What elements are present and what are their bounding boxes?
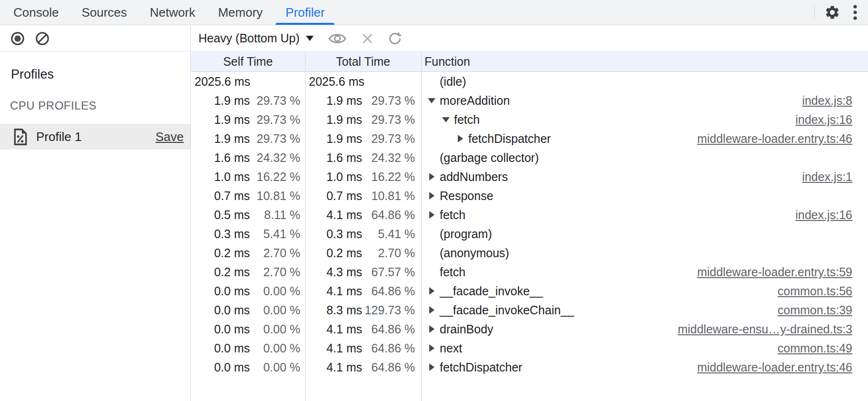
tab-network[interactable]: Network [138, 0, 207, 25]
source-link[interactable]: index.js:16 [786, 208, 852, 222]
restore-all-button[interactable] [388, 31, 402, 46]
tabbar-spacer [336, 0, 814, 25]
tree-toggle-icon[interactable] [428, 344, 435, 352]
tree-toggle-icon[interactable] [428, 287, 435, 295]
total-time-cell: 1.9 ms 29.73 % [305, 91, 421, 110]
self-time-pct: 0.00 % [250, 341, 300, 355]
table-row[interactable]: 1.9 ms 29.73 % 1.9 ms 29.73 % fetch inde… [191, 110, 868, 129]
exclude-selected-button[interactable] [361, 32, 374, 45]
source-link[interactable]: middleware-ensu…y-drained.ts:3 [668, 322, 852, 336]
profiler-data-grid: Self Time Total Time Function 2025.6 ms … [191, 52, 868, 401]
table-row[interactable]: 0.0 ms 0.00 % 4.1 ms 64.86 % next common… [191, 339, 868, 358]
more-options-button[interactable] [853, 4, 858, 21]
tree-toggle-icon[interactable] [428, 363, 435, 371]
table-row[interactable]: 1.6 ms 24.32 % 1.6 ms 24.32 % (garbage c… [191, 148, 868, 167]
total-time-cell: 0.2 ms 2.70 % [305, 243, 421, 262]
tree-toggle-icon[interactable] [428, 192, 435, 200]
column-header-function[interactable]: Function [421, 55, 868, 69]
total-time-pct: 64.86 % [362, 361, 415, 374]
function-cell: drainBody middleware-ensu…y-drained.ts:3 [421, 320, 868, 339]
total-time-pct: 29.73 % [362, 113, 415, 127]
tab-memory[interactable]: Memory [207, 0, 274, 25]
function-name: Response [440, 189, 493, 203]
self-time-ms: 1.0 ms [195, 170, 250, 184]
table-row[interactable]: 0.3 ms 5.41 % 0.3 ms 5.41 % (program) [191, 224, 868, 243]
table-row[interactable]: 0.2 ms 2.70 % 0.2 ms 2.70 % (anonymous) [191, 243, 868, 262]
tree-toggle-icon[interactable] [428, 306, 435, 314]
grid-header-row: Self Time Total Time Function [191, 52, 868, 72]
function-name: (idle) [440, 75, 466, 89]
table-row[interactable]: 1.9 ms 29.73 % 1.9 ms 29.73 % moreAdditi… [191, 91, 868, 110]
save-profile-link[interactable]: Save [156, 130, 184, 144]
settings-button[interactable] [824, 4, 840, 20]
table-row[interactable]: 0.0 ms 0.00 % 4.1 ms 64.86 % fetchDispat… [191, 358, 868, 377]
source-link[interactable]: common.ts:49 [768, 341, 852, 355]
tree-toggle-icon[interactable] [456, 135, 464, 142]
table-row[interactable]: 1.9 ms 29.73 % 1.9 ms 29.73 % fetchDispa… [191, 129, 868, 148]
source-link[interactable]: middleware-loader.entry.ts:46 [688, 132, 852, 146]
function-name: __facade_invoke__ [440, 284, 543, 298]
self-time-pct: 29.73 % [250, 113, 300, 127]
total-time-pct: 64.86 % [362, 322, 415, 336]
source-link[interactable]: common.ts:39 [768, 303, 852, 317]
total-time-ms: 4.1 ms [309, 208, 362, 222]
table-row[interactable]: 0.7 ms 10.81 % 0.7 ms 10.81 % Response [191, 186, 868, 205]
tab-console[interactable]: Console [2, 0, 70, 25]
function-cell: (idle) [421, 72, 868, 91]
self-time-ms: 0.0 ms [195, 303, 250, 317]
self-time-cell: 0.0 ms 0.00 % [191, 281, 305, 301]
source-link[interactable]: common.ts:56 [768, 284, 852, 298]
column-header-self-time[interactable]: Self Time [191, 55, 305, 69]
clear-profiles-button[interactable] [35, 31, 49, 46]
table-row[interactable]: 0.0 ms 0.00 % 4.1 ms 64.86 % __facade_in… [191, 281, 868, 301]
tab-profiler[interactable]: Profiler [274, 0, 336, 25]
self-time-pct: 29.73 % [250, 132, 300, 146]
column-divider-1 [305, 52, 306, 401]
total-time-ms: 1.6 ms [309, 151, 362, 165]
table-row[interactable]: 0.2 ms 2.70 % 4.3 ms 67.57 % fetch middl… [191, 262, 868, 281]
function-cell: (garbage collector) [421, 148, 868, 167]
total-time-cell: 1.9 ms 29.73 % [305, 129, 421, 148]
record-icon [10, 31, 25, 46]
function-cell: fetch index.js:16 [421, 205, 868, 224]
table-row[interactable]: 2025.6 ms 2025.6 ms (idle) [191, 72, 868, 91]
tree-toggle-icon[interactable] [428, 173, 435, 180]
record-profile-button[interactable] [10, 31, 25, 46]
tree-toggle-icon[interactable] [428, 325, 435, 333]
self-time-ms: 0.7 ms [195, 189, 250, 203]
table-row[interactable]: 1.0 ms 16.22 % 1.0 ms 16.22 % addNumbers… [191, 167, 868, 186]
tree-toggle-icon[interactable] [428, 211, 435, 219]
self-time-ms: 1.9 ms [195, 94, 250, 108]
function-name: fetch [440, 208, 465, 222]
self-time-ms: 1.9 ms [195, 132, 250, 146]
source-link[interactable]: middleware-loader.entry.ts:46 [688, 361, 852, 374]
tree-toggle-icon[interactable] [442, 117, 450, 122]
function-cell: fetchDispatcher middleware-loader.entry.… [421, 129, 868, 148]
self-time-pct: 29.73 % [250, 94, 300, 108]
function-cell: fetchDispatcher middleware-loader.entry.… [421, 358, 868, 377]
function-name: (anonymous) [440, 246, 509, 260]
self-time-cell: 0.2 ms 2.70 % [191, 243, 305, 262]
tree-toggle-icon[interactable] [428, 98, 435, 103]
function-cell: moreAddition index.js:8 [421, 91, 868, 110]
source-link[interactable]: middleware-loader.entry.ts:59 [688, 265, 852, 279]
total-time-ms: 4.1 ms [309, 284, 362, 298]
self-time-pct: 16.22 % [250, 170, 300, 184]
table-row[interactable]: 0.0 ms 0.00 % 8.3 ms 129.73 % __facade_i… [191, 301, 868, 320]
focus-selected-button[interactable] [328, 31, 347, 46]
total-time-cell: 4.1 ms 64.86 % [305, 205, 421, 224]
profile-name: Profile 1 [36, 130, 81, 144]
table-row[interactable]: 0.0 ms 0.00 % 4.1 ms 64.86 % drainBody m… [191, 320, 868, 339]
self-time-cell: 0.3 ms 5.41 % [191, 224, 305, 243]
source-link[interactable]: index.js:8 [792, 94, 852, 108]
column-header-total-time[interactable]: Total Time [305, 55, 421, 69]
tab-sources[interactable]: Sources [70, 0, 138, 25]
cpu-profiles-section-label: CPU PROFILES [10, 99, 190, 112]
profile-list-item[interactable]: Profile 1 Save [0, 124, 190, 150]
source-link[interactable]: index.js:1 [792, 170, 852, 184]
function-cell: (anonymous) [421, 243, 868, 262]
profile-view-select[interactable]: Heavy (Bottom Up) [198, 31, 314, 45]
eye-icon [328, 31, 347, 46]
table-row[interactable]: 0.5 ms 8.11 % 4.1 ms 64.86 % fetch index… [191, 205, 868, 224]
source-link[interactable]: index.js:16 [786, 113, 852, 127]
